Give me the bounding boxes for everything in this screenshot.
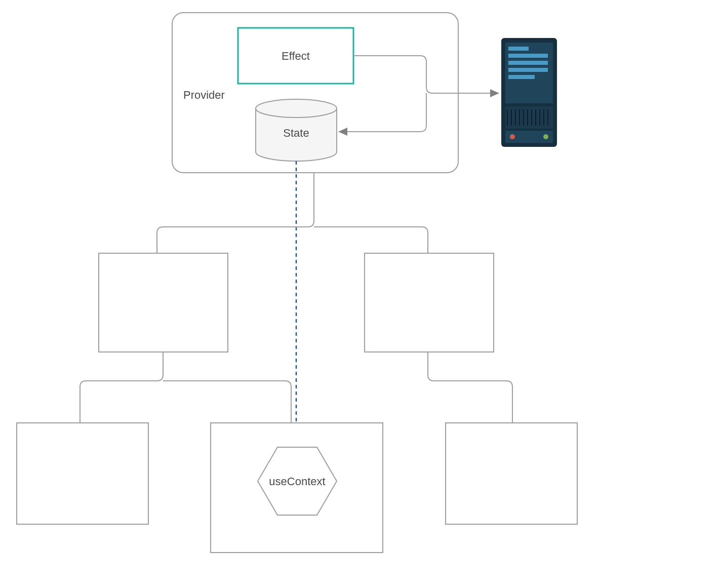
connector-right-child	[428, 352, 512, 423]
server-icon	[501, 38, 557, 147]
connector-left-children	[80, 352, 291, 423]
state-label: State	[283, 127, 309, 139]
svg-rect-4	[508, 47, 529, 51]
svg-rect-9	[505, 106, 553, 129]
effect-label: Effect	[282, 50, 310, 62]
arrowhead-to-server	[490, 89, 499, 97]
provider-label: Provider	[183, 89, 225, 101]
svg-rect-8	[508, 75, 535, 79]
state-cylinder: State	[256, 99, 337, 161]
svg-point-22	[510, 134, 515, 139]
svg-rect-7	[508, 68, 548, 72]
svg-rect-6	[508, 61, 548, 65]
leaf-box-1	[17, 423, 148, 524]
connector-provider-children	[157, 173, 428, 253]
context-provider-diagram: Provider Effect State	[0, 0, 719, 588]
child-box-left	[99, 253, 228, 352]
svg-point-23	[543, 134, 548, 139]
child-box-right	[365, 253, 494, 352]
leaf-box-3	[446, 423, 577, 524]
svg-rect-3	[505, 43, 553, 103]
usecontext-label: useContext	[269, 475, 325, 488]
svg-rect-5	[508, 54, 548, 58]
